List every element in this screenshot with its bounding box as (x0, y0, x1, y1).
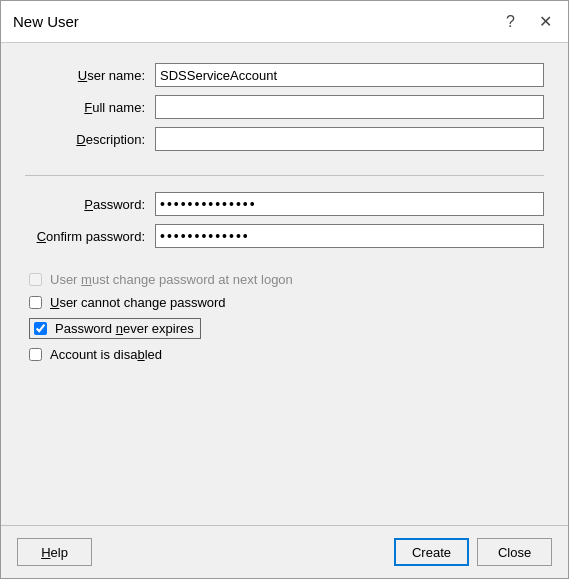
cannot-change-label: User cannot change password (50, 295, 226, 310)
divider-1 (25, 175, 544, 176)
account-disabled-row: Account is disabled (25, 347, 544, 362)
dialog-title: New User (13, 13, 79, 30)
password-label: Password: (25, 197, 155, 212)
cannot-change-row: User cannot change password (25, 295, 544, 310)
help-icon-button[interactable]: ? (502, 14, 519, 30)
password-row: Password: (25, 192, 544, 216)
fullname-input[interactable] (155, 95, 544, 119)
fullname-row: Full name: (25, 95, 544, 119)
description-input[interactable] (155, 127, 544, 151)
close-button[interactable]: Close (477, 538, 552, 566)
fullname-label: Full name: (25, 100, 155, 115)
help-button[interactable]: Help (17, 538, 92, 566)
close-icon-button[interactable]: ✕ (535, 14, 556, 30)
confirm-password-input[interactable] (155, 224, 544, 248)
username-input[interactable] (155, 63, 544, 87)
never-expires-checkbox[interactable] (34, 322, 47, 335)
must-change-checkbox[interactable] (29, 273, 42, 286)
username-row: User name: (25, 63, 544, 87)
footer: Help Create Close (1, 525, 568, 578)
footer-left: Help (17, 538, 386, 566)
description-label: Description: (25, 132, 155, 147)
must-change-label: User must change password at next logon (50, 272, 293, 287)
account-disabled-checkbox[interactable] (29, 348, 42, 361)
username-label: User name: (25, 68, 155, 83)
title-bar: New User ? ✕ (1, 1, 568, 43)
title-controls: ? ✕ (502, 14, 556, 30)
description-row: Description: (25, 127, 544, 151)
confirm-password-label: Confirm password: (25, 229, 155, 244)
form-content: User name: Full name: Description: Passw… (1, 43, 568, 525)
never-expires-row: Password never expires (25, 318, 544, 339)
spacer-1 (25, 256, 544, 272)
create-button[interactable]: Create (394, 538, 469, 566)
confirm-password-row: Confirm password: (25, 224, 544, 248)
never-expires-label: Password never expires (55, 321, 194, 336)
password-input[interactable] (155, 192, 544, 216)
must-change-row: User must change password at next logon (25, 272, 544, 287)
never-expires-highlight: Password never expires (29, 318, 201, 339)
cannot-change-checkbox[interactable] (29, 296, 42, 309)
account-disabled-label: Account is disabled (50, 347, 162, 362)
new-user-dialog: New User ? ✕ User name: Full name: Descr… (0, 0, 569, 579)
